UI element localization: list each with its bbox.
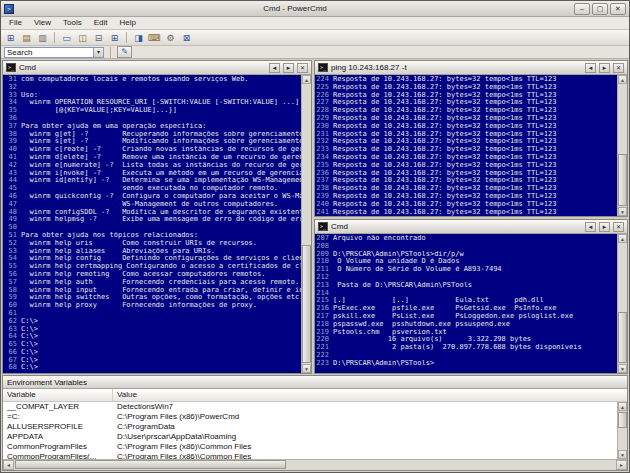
menu-item[interactable]: View (28, 17, 57, 29)
layout-split-vertical-icon[interactable]: ◫ (75, 31, 90, 45)
title-bar[interactable]: > Cmd - PowerCmd – ▢ ✕ (1, 1, 629, 17)
console-line: 38 winrm g[et] -? Recuperando informaçõe… (3, 131, 301, 139)
menu-item[interactable]: Tools (57, 17, 88, 29)
scrollbar-thumb[interactable] (618, 412, 627, 428)
console-line: 53 winrm help aliases Abreviações para U… (3, 248, 301, 256)
console-line: 65C:\> (3, 341, 301, 349)
scrollbar-track[interactable] (618, 411, 627, 450)
console-line: 221 2 pasta(s) 270.897.778.688 bytes dis… (315, 344, 617, 352)
open-session-icon[interactable]: ▤ (19, 31, 34, 45)
new-console-icon[interactable]: ⊞ (3, 31, 18, 45)
layout-single-icon[interactable]: ▭ (59, 31, 74, 45)
panel-tab-label[interactable]: ping 10.243.168.27 -t (331, 63, 582, 72)
console-line: 55 winrm help certmapping Configurando o… (3, 263, 301, 271)
scroll-up-arrow-icon[interactable]: ▲ (618, 402, 627, 411)
toolbar-separator (126, 32, 127, 43)
settings-icon[interactable]: ⚙ (163, 31, 178, 45)
console-line: 225Resposta de 10.243.168.27: bytes=32 t… (315, 84, 617, 92)
column-header-value[interactable]: Value (113, 389, 627, 401)
keyboard-icon[interactable]: ⌨ (147, 31, 162, 45)
horizontal-scrollbar[interactable]: ◄ ► (3, 459, 627, 470)
scrollbar-track[interactable] (618, 243, 627, 364)
scroll-down-arrow-icon[interactable]: ▼ (618, 450, 627, 459)
env-table-row[interactable]: =C: C:\Program Files (x86)\PowerCmd (3, 412, 617, 422)
scrollbar-track[interactable] (302, 84, 311, 364)
next-tab-button[interactable]: ► (599, 63, 610, 73)
highlight-button[interactable]: ✎ (117, 46, 132, 58)
env-table-row[interactable]: __COMPAT_LAYER DetectionsWin7 (3, 402, 617, 412)
env-variable-name: =C: (3, 412, 113, 422)
menu-item[interactable]: File (3, 17, 28, 29)
console-line: 215[.] [..] Eula.txt pdh.dll (315, 297, 617, 305)
vertical-scrollbar[interactable]: ▲ ▼ (301, 75, 311, 373)
maximize-button[interactable]: ▢ (592, 3, 608, 15)
env-table-row[interactable]: APPDATA D:\User\prscar\AppData\Roaming (3, 432, 617, 442)
save-output-icon[interactable]: ▥ (35, 31, 50, 45)
close-console-button[interactable]: ✕ (613, 63, 624, 73)
search-input[interactable] (5, 48, 93, 57)
vertical-scrollbar[interactable]: ▲ ▼ (617, 402, 627, 459)
stop-icon[interactable]: ⊠ (179, 31, 194, 45)
layout-split-horizontal-icon[interactable]: ⊟ (91, 31, 106, 45)
console-line: 32 (3, 84, 301, 92)
close-console-button[interactable]: ✕ (613, 222, 624, 232)
minimize-button[interactable]: – (574, 3, 590, 15)
next-tab-button[interactable]: ► (599, 222, 610, 232)
scroll-up-arrow-icon[interactable]: ▲ (618, 75, 627, 84)
environment-variables-panel: Environment Variables Variable Value __C… (2, 375, 628, 471)
app-icon: > (4, 4, 14, 14)
panel-tab-label[interactable]: Cmd (331, 222, 582, 231)
env-table-row[interactable]: CommonProgramFiles C:\Program Files (x86… (3, 442, 617, 452)
prev-tab-button[interactable]: ◄ (585, 222, 596, 232)
console-output[interactable]: 31com computadores locais e remotos usan… (3, 75, 301, 373)
powercmd-window: > Cmd - PowerCmd – ▢ ✕ File View Tools E… (0, 0, 630, 473)
console-line: 66C:\> (3, 349, 301, 357)
snapshot-icon[interactable]: ◨ (131, 31, 146, 45)
scroll-up-arrow-icon[interactable]: ▲ (618, 234, 627, 243)
vertical-scrollbar[interactable]: ▲ ▼ (617, 75, 627, 216)
prev-tab-button[interactable]: ◄ (269, 63, 280, 73)
scrollbar-thumb[interactable] (15, 460, 286, 469)
console-line: 48 winrm configSDDL -? Modifica um descr… (3, 209, 301, 217)
menu-item[interactable]: Help (114, 17, 142, 29)
scroll-down-arrow-icon[interactable]: ▼ (618, 364, 627, 373)
scroll-right-arrow-icon[interactable]: ► (616, 460, 627, 470)
cmd-prompt-icon: >_ (6, 63, 16, 72)
console-output[interactable]: 207Arquivo não encontrado208209D:\PRSCAR… (315, 234, 617, 373)
search-dropdown-arrow-icon[interactable]: ▾ (93, 48, 103, 57)
scrollbar-thumb[interactable] (618, 312, 627, 363)
scroll-up-arrow-icon[interactable]: ▲ (302, 75, 311, 84)
next-tab-button[interactable]: ► (283, 63, 294, 73)
console-line: 211 O Número de Série do Volume é A893-7… (315, 266, 617, 274)
console-line: 44 winrm id[entify] -? Determina se uma … (3, 177, 301, 185)
layout-grid-icon[interactable]: ⊞ (107, 31, 122, 45)
console-line: 241Resposta de 10.243.168.27: bytes=32 t… (315, 209, 617, 216)
scroll-down-arrow-icon[interactable]: ▼ (302, 364, 311, 373)
console-panel-cmd-left: >_ Cmd ◄ ► ✕ 31com computadores locais e… (2, 60, 312, 374)
scroll-down-arrow-icon[interactable]: ▼ (618, 207, 627, 216)
console-line: 63C:\> (3, 326, 301, 334)
console-line: 43 winrm i[nvoke] -? Executa um método e… (3, 170, 301, 178)
scrollbar-thumb[interactable] (302, 245, 311, 363)
env-table-row[interactable]: CommonProgramFiles(... C:\Program Files … (3, 452, 617, 459)
console-line: 230Resposta de 10.243.168.27: bytes=32 t… (315, 123, 617, 131)
scroll-left-arrow-icon[interactable]: ◄ (3, 460, 14, 470)
panel-header: >_ ping 10.243.168.27 -t ◄ ► ✕ (315, 61, 627, 75)
console-output[interactable]: 224Resposta de 10.243.168.27: bytes=32 t… (315, 75, 617, 216)
env-table-row[interactable]: ALLUSERSPROFILE C:\ProgramData (3, 422, 617, 432)
console-line: 31com computadores locais e remotos usan… (3, 76, 301, 84)
vertical-scrollbar[interactable]: ▲ ▼ (617, 234, 627, 373)
env-variable-value: C:\ProgramData (113, 422, 617, 432)
close-console-button[interactable]: ✕ (297, 63, 308, 73)
prev-tab-button[interactable]: ◄ (585, 63, 596, 73)
scrollbar-thumb[interactable] (618, 154, 627, 206)
column-header-variable[interactable]: Variable (3, 389, 113, 401)
panel-tab-label[interactable]: Cmd (19, 63, 266, 72)
scrollbar-track[interactable] (618, 84, 627, 207)
close-button[interactable]: ✕ (610, 3, 626, 15)
console-line: 39 winrm s[et] -? Modificando informaçõe… (3, 138, 301, 146)
console-panel-ping: >_ ping 10.243.168.27 -t ◄ ► ✕ 224Respos… (314, 60, 628, 217)
menu-item[interactable]: Edit (88, 17, 114, 29)
scrollbar-track[interactable] (14, 460, 616, 470)
toolbar-separator (110, 47, 111, 58)
